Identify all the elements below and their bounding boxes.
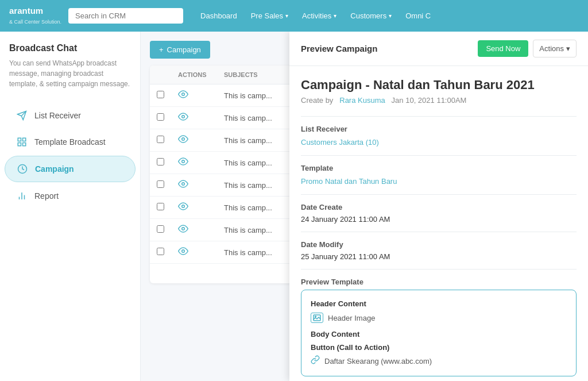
send-icon (16, 110, 28, 121)
date-modify-value: 25 January 2021 11:00 AM (301, 252, 577, 261)
created-by-label: Create by (301, 96, 333, 105)
sidebar-label-campaign: Campaign (35, 164, 74, 174)
chevron-down-icon: ▾ (389, 13, 392, 19)
view-icon[interactable] (178, 135, 188, 145)
row-checkbox-cell (150, 84, 171, 107)
sidebar-item-campaign[interactable]: Campaign (5, 156, 136, 182)
list-receiver-label: List Receiver (301, 125, 577, 133)
list-receiver-value[interactable]: Customers Jakarta (10) (301, 138, 379, 147)
sidebar-label-report: Report (34, 191, 59, 201)
nav-item-activities[interactable]: Activities ▾ (296, 8, 342, 24)
svg-point-13 (182, 160, 185, 163)
view-icon[interactable] (178, 157, 188, 167)
row-action-cell (171, 197, 217, 219)
header-image-label: Header Image (328, 314, 375, 322)
table-header-checkbox (150, 66, 171, 84)
navbar: arantum & Call Center Solution. Dashboar… (0, 0, 588, 32)
preview-header: Preview Campaign Send Now Actions ▾ (289, 32, 588, 66)
preview-panel-title: Preview Campaign (301, 44, 377, 53)
nav-label-customers: Customers (350, 11, 386, 20)
add-campaign-button[interactable]: + Campaign (150, 41, 210, 59)
svg-point-12 (182, 138, 185, 141)
sidebar-label-template-broadcast: Template Broadcast (34, 137, 106, 147)
sidebar-item-report[interactable]: Report (5, 183, 136, 209)
svg-point-15 (182, 205, 185, 208)
report-icon (16, 190, 28, 202)
row-checkbox-cell (150, 197, 171, 219)
sidebar-header: Broadcast Chat You can send WhatsApp bro… (0, 32, 140, 94)
sidebar: Broadcast Chat You can send WhatsApp bro… (0, 32, 141, 381)
created-date: Jan 10, 2021 11:00AM (392, 96, 467, 105)
row-checkbox[interactable] (157, 136, 164, 143)
svg-point-17 (182, 250, 185, 253)
nav-label-presales: Pre Sales (251, 11, 283, 20)
button-cta-row: Daftar Skearang (www.abc.com) (311, 355, 567, 367)
nav-item-dashboard[interactable]: Dashboard (195, 8, 243, 24)
svg-rect-4 (18, 143, 21, 146)
nav-label-dashboard: Dashboard (200, 11, 237, 20)
main-layout: Broadcast Chat You can send WhatsApp bro… (0, 32, 588, 381)
nav-label-omni: Omni C (405, 11, 431, 20)
nav-label-activities: Activities (302, 11, 331, 20)
template-icon (16, 136, 28, 148)
row-checkbox[interactable] (157, 180, 164, 188)
template-label: Template (301, 164, 577, 172)
link-icon (311, 355, 320, 367)
row-checkbox[interactable] (157, 91, 164, 98)
preview-panel: Preview Campaign Send Now Actions ▾ Camp… (289, 32, 588, 381)
content-area: + Campaign ACTIONS SUBJECTS (141, 32, 588, 381)
row-checkbox[interactable] (157, 248, 164, 255)
preview-template-label: Preview Template (301, 278, 577, 286)
view-icon[interactable] (178, 113, 188, 122)
preview-action-buttons: Send Now Actions ▾ (478, 40, 577, 57)
row-checkbox-cell (150, 241, 171, 264)
template-value[interactable]: Promo Natal dan Tahun Baru (301, 177, 397, 186)
created-by-link[interactable]: Rara Kusuma (339, 96, 385, 105)
row-action-cell (171, 241, 217, 264)
send-now-button[interactable]: Send Now (478, 40, 528, 57)
row-action-cell (171, 129, 217, 152)
preview-content: Campaign - Natal dan Tahun Baru 2021 Cre… (289, 66, 588, 381)
date-modify-label: Date Modify (301, 240, 577, 249)
row-checkbox-cell (150, 107, 171, 129)
row-checkbox-cell (150, 129, 171, 152)
row-checkbox[interactable] (157, 225, 164, 233)
svg-rect-2 (18, 138, 21, 141)
search-input[interactable] (68, 8, 183, 24)
plus-icon: + (159, 45, 164, 54)
view-icon[interactable] (178, 90, 188, 100)
view-icon[interactable] (178, 247, 188, 257)
button-cta-value: Daftar Skearang (www.abc.com) (324, 357, 432, 365)
svg-rect-3 (23, 138, 26, 141)
table-header-actions: ACTIONS (171, 66, 217, 84)
campaign-meta: Create by Rara Kusuma Jan 10, 2021 11:00… (301, 96, 577, 105)
nav-item-presales[interactable]: Pre Sales ▾ (245, 8, 294, 24)
nav-item-omni[interactable]: Omni C (400, 8, 436, 24)
row-checkbox[interactable] (157, 203, 164, 210)
actions-label: Actions (539, 44, 564, 53)
row-checkbox-cell (150, 174, 171, 197)
campaign-title: Campaign - Natal dan Tahun Baru 2021 (301, 78, 577, 93)
nav-item-customers[interactable]: Customers ▾ (345, 8, 397, 24)
chevron-down-icon: ▾ (285, 13, 288, 19)
view-icon[interactable] (178, 202, 188, 212)
row-checkbox[interactable] (157, 158, 164, 166)
sidebar-item-list-receiver[interactable]: List Receiver (5, 103, 136, 128)
actions-dropdown-button[interactable]: Actions ▾ (533, 40, 577, 57)
view-icon[interactable] (178, 225, 188, 234)
date-create-section: Date Create 24 January 2021 11:00 AM (301, 194, 577, 232)
body-content-title: Body Content (311, 330, 567, 338)
add-campaign-label: Campaign (167, 45, 201, 54)
header-content-title: Header Content (311, 299, 567, 308)
sidebar-description: You can send WhatsApp broadcast message,… (9, 58, 131, 89)
nav-items: Dashboard Pre Sales ▾ Activities ▾ Custo… (195, 8, 436, 24)
date-create-label: Date Create (301, 203, 577, 211)
row-checkbox[interactable] (157, 113, 164, 121)
row-action-cell (171, 107, 217, 129)
svg-point-16 (182, 228, 185, 230)
row-checkbox-cell (150, 219, 171, 241)
sidebar-item-template-broadcast[interactable]: Template Broadcast (5, 129, 136, 155)
view-icon[interactable] (178, 180, 188, 190)
svg-point-19 (315, 316, 316, 317)
svg-rect-5 (23, 143, 26, 146)
